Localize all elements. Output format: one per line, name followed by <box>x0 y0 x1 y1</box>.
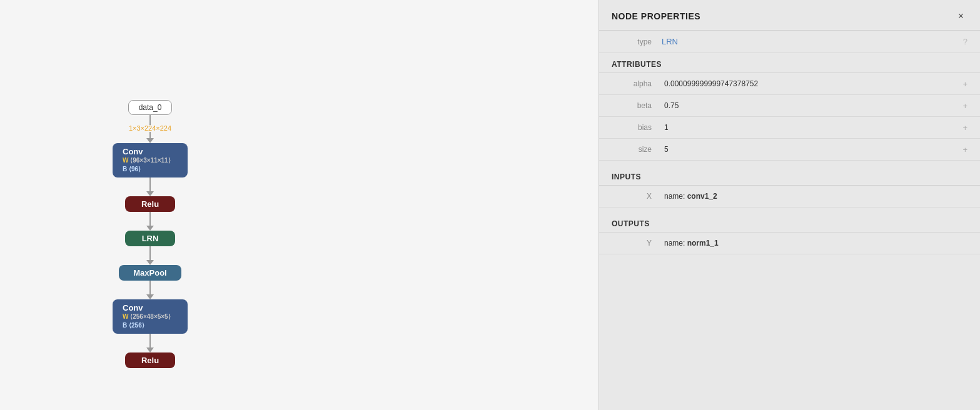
type-row: type LRN ? <box>599 31 980 53</box>
attributes-fields: alpha 0.000099999999747378752 + beta 0.7… <box>599 73 980 161</box>
node-lrn[interactable]: LRN <box>125 231 175 246</box>
connector-6 <box>146 334 154 352</box>
node-relu-1[interactable]: Relu <box>125 196 175 212</box>
conv1-detail: W ⟨96×3×11×11⟩ B ⟨96⟩ <box>123 156 178 174</box>
arrow-4 <box>146 260 154 265</box>
conv1-b-value: ⟨96⟩ <box>129 166 141 172</box>
close-button[interactable]: × <box>954 10 967 22</box>
lrn-label: LRN <box>142 234 159 243</box>
output-label-y: Y <box>612 239 662 248</box>
conv2-detail: W ⟨256×48×5×5⟩ B ⟨256⟩ <box>123 312 178 330</box>
connector-3 <box>146 212 154 231</box>
attr-value-alpha: 0.000099999999747378752 <box>662 78 957 89</box>
attr-label-beta: beta <box>612 101 662 110</box>
neural-net-diagram: data_0 1×3×224×224 Conv W ⟨96×3×11×11⟩ B… <box>113 100 188 368</box>
type-label: type <box>612 38 662 46</box>
connector-1: 1×3×224×224 <box>129 115 171 143</box>
arrow-1 <box>146 138 154 143</box>
attr-plus-bias[interactable]: + <box>957 123 967 132</box>
connector-2 <box>146 178 154 196</box>
inputs-header-text: INPUTS <box>612 172 641 181</box>
attr-label-bias: bias <box>612 123 662 132</box>
node-maxpool[interactable]: MaxPool <box>119 265 181 281</box>
attr-plus-size[interactable]: + <box>957 145 967 154</box>
attr-value-beta: 0.75 <box>662 100 957 111</box>
attr-row-bias: bias 1 + <box>599 117 980 139</box>
conv2-b-label: B <box>123 322 127 329</box>
node-data-0-label: data_0 <box>139 103 162 112</box>
attr-value-size: 5 <box>662 144 957 155</box>
input-value-x: name: conv1_2 <box>662 191 967 202</box>
attributes-section-header: ATTRIBUTES <box>599 53 980 73</box>
conv1-title: Conv <box>123 147 178 156</box>
properties-panel: NODE PROPERTIES × type LRN ? ATTRIBUTES … <box>599 0 980 410</box>
relu1-label: Relu <box>141 199 159 209</box>
node-conv-2[interactable]: Conv W ⟨256×48×5×5⟩ B ⟨256⟩ <box>113 299 188 334</box>
output-value-y: name: norm1_1 <box>662 238 967 249</box>
vline-1 <box>149 115 151 125</box>
attr-row-alpha: alpha 0.000099999999747378752 + <box>599 73 980 95</box>
type-help[interactable]: ? <box>958 37 967 46</box>
conv1-b-label: B <box>123 166 127 172</box>
outputs-section-header: OUTPUTS <box>599 212 980 232</box>
arrow-2 <box>146 191 154 196</box>
conv2-b-value: ⟨256⟩ <box>129 322 144 329</box>
vline-5 <box>149 246 151 260</box>
attr-label-size: size <box>612 145 662 154</box>
vline-2 <box>149 132 151 138</box>
arrow-3 <box>146 226 154 231</box>
panel-header: NODE PROPERTIES × <box>599 0 980 31</box>
attr-label-alpha: alpha <box>612 79 662 88</box>
outputs-fields: Y name: norm1_1 <box>599 232 980 254</box>
outputs-header-text: OUTPUTS <box>612 219 650 228</box>
connector-5 <box>146 281 154 299</box>
vline-6 <box>149 281 151 294</box>
vline-3 <box>149 178 151 191</box>
conv1-w-value: ⟨96×3×11×11⟩ <box>130 157 170 164</box>
arrow-5 <box>146 294 154 299</box>
vline-7 <box>149 334 151 348</box>
type-value: LRN <box>662 37 958 46</box>
vline-4 <box>149 212 151 226</box>
inputs-section-header: INPUTS <box>599 166 980 186</box>
panel-title: NODE PROPERTIES <box>612 11 700 21</box>
input-label-x: X <box>612 192 662 201</box>
attributes-header-text: ATTRIBUTES <box>612 60 662 69</box>
conv2-w-label: W <box>123 313 128 320</box>
canvas-area: data_0 1×3×224×224 Conv W ⟨96×3×11×11⟩ B… <box>0 0 599 410</box>
node-relu-2[interactable]: Relu <box>125 352 175 368</box>
connector-label-1: 1×3×224×224 <box>129 125 171 132</box>
node-conv-1[interactable]: Conv W ⟨96×3×11×11⟩ B ⟨96⟩ <box>113 143 188 178</box>
arrow-6 <box>146 348 154 352</box>
attr-value-bias: 1 <box>662 122 957 133</box>
conv1-w-label: W <box>123 157 128 164</box>
inputs-fields: X name: conv1_2 <box>599 186 980 208</box>
conv2-w-value: ⟨256×48×5×5⟩ <box>130 313 170 320</box>
connector-4 <box>146 246 154 265</box>
input-row-x: X name: conv1_2 <box>599 186 980 208</box>
attr-plus-beta[interactable]: + <box>957 101 967 111</box>
relu2-label: Relu <box>141 356 159 365</box>
conv2-title: Conv <box>123 303 178 312</box>
attr-plus-alpha[interactable]: + <box>957 79 967 89</box>
output-row-y: Y name: norm1_1 <box>599 232 980 254</box>
node-data-0[interactable]: data_0 <box>128 100 173 115</box>
maxpool-label: MaxPool <box>133 268 166 278</box>
attr-row-beta: beta 0.75 + <box>599 95 980 117</box>
attr-row-size: size 5 + <box>599 139 980 161</box>
